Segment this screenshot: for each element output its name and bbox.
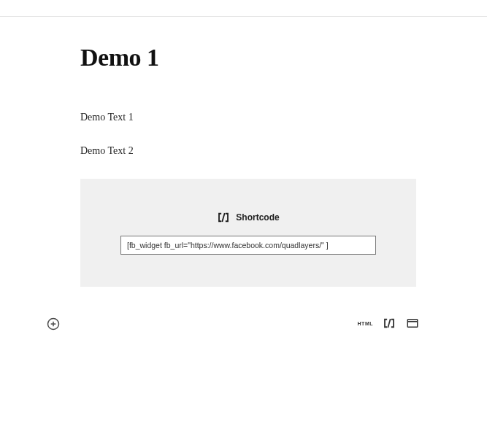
paragraph-block-1[interactable]: Demo Text 1: [80, 112, 416, 123]
add-block-button[interactable]: [45, 316, 61, 332]
custom-html-block-icon[interactable]: HTML: [358, 316, 373, 331]
shortcode-block[interactable]: Shortcode: [80, 179, 416, 287]
inserter-suggestions: HTML: [358, 316, 420, 331]
block-inserter-toolbar: HTML: [0, 314, 487, 336]
page-title[interactable]: Demo 1: [80, 44, 416, 72]
shortcode-block-icon[interactable]: [382, 316, 396, 331]
browser-block-icon[interactable]: [405, 316, 420, 331]
editor-canvas: Demo 1 Demo Text 1 Demo Text 2 Shortcode: [80, 44, 416, 287]
top-divider: [0, 16, 487, 17]
paragraph-block-2[interactable]: Demo Text 2: [80, 145, 416, 157]
shortcode-label: Shortcode: [236, 212, 279, 223]
shortcode-header: Shortcode: [102, 211, 394, 224]
svg-rect-3: [407, 320, 418, 328]
shortcode-icon: [217, 211, 230, 224]
shortcode-input[interactable]: [120, 236, 376, 255]
